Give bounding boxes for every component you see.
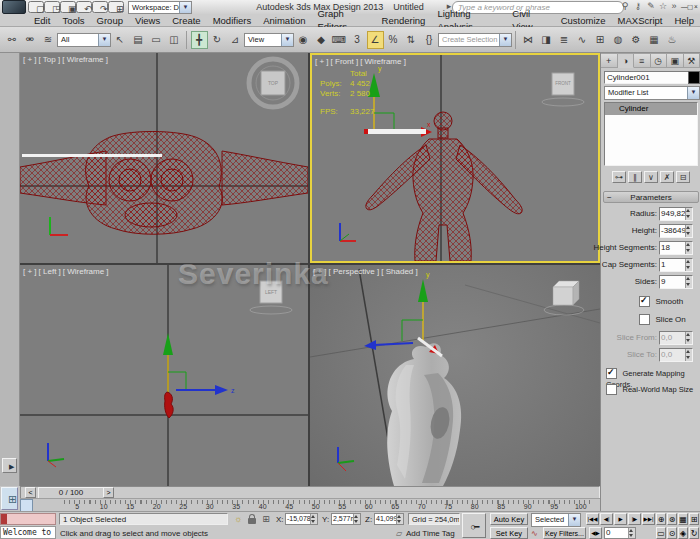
pin-stack-icon[interactable]: ⊶ (612, 171, 626, 183)
next-frame-button[interactable]: |▶ (628, 513, 641, 525)
angle-snap-icon[interactable]: ∠ (367, 31, 384, 49)
named-selection-sets-dropdown[interactable]: Create Selection S▼ (438, 33, 512, 47)
maxscript-mini-listener[interactable]: Welcome to (0, 526, 56, 539)
menu-item[interactable]: Help (668, 14, 700, 27)
viewport-shading-menu[interactable]: [ Shaded ] (381, 267, 417, 276)
zoom-icon[interactable]: ⊕ (656, 513, 666, 525)
selected-cylinder-edge[interactable] (368, 129, 426, 134)
feedback-pencil-icon[interactable]: ✎ (646, 1, 656, 12)
auto-key-button[interactable]: Auto Key (490, 513, 528, 525)
viewport-general-menu[interactable]: [ + ] (315, 57, 329, 66)
add-time-tag[interactable]: Add Time Tag (406, 529, 455, 538)
select-and-rotate-icon[interactable]: ↻ (209, 31, 226, 49)
modifier-list-dropdown[interactable]: Modifier List▼ (604, 86, 700, 100)
viewport-pov-menu[interactable]: [ Perspective ] (329, 267, 380, 276)
menu-item[interactable]: Modifiers (207, 14, 258, 27)
key-filter-selected-dropdown[interactable]: Selected▼ (531, 513, 581, 527)
zoom-extents-all-icon[interactable]: ⊞ (689, 513, 699, 525)
use-pivot-center-icon[interactable]: ◉ (295, 31, 312, 49)
open-file-icon[interactable]: ◳ (44, 1, 60, 13)
percent-snap-icon[interactable]: % (385, 31, 402, 49)
spinner-control[interactable] (396, 514, 403, 524)
spinner-control[interactable] (685, 349, 692, 361)
x-coordinate-field[interactable]: -15,078mm (285, 513, 318, 525)
select-by-name-icon[interactable]: ▤ (130, 31, 147, 49)
parameter-input[interactable]: 949,825m (659, 207, 693, 221)
view-cube-face-label[interactable]: FRONT (552, 81, 574, 86)
go-to-start-button[interactable]: |◀◀ (586, 513, 599, 525)
viewport-pov-menu[interactable]: [ Left ] (39, 267, 61, 276)
modifier-stack-item[interactable]: Cylinder (605, 103, 697, 115)
zoom-extents-icon[interactable]: ▦ (678, 513, 688, 525)
z-coordinate-field[interactable]: 41,099mm (374, 513, 404, 525)
select-object-icon[interactable]: ↖ (112, 31, 129, 49)
manage-layers-icon[interactable]: ≣ (556, 31, 573, 49)
object-name-field[interactable]: Cylinder001 (604, 71, 690, 84)
slice-on-checkbox[interactable] (639, 314, 650, 325)
show-end-result-icon[interactable]: ∥ (628, 171, 642, 183)
schematic-view-icon[interactable]: ⊞ (592, 31, 609, 49)
viewport-shading-menu[interactable]: [ Wireframe ] (360, 57, 406, 66)
spinner-control[interactable] (685, 225, 692, 237)
select-and-scale-icon[interactable]: ⊿ (227, 31, 244, 49)
slice-from-input[interactable]: 0,0 (659, 331, 693, 345)
play-button[interactable]: ▶ (614, 513, 627, 525)
slice-to-input[interactable]: 0,0 (659, 348, 693, 362)
viewport-left[interactable]: [ + ][ Left ][ Wireframe ] LEFT z (20, 265, 308, 486)
select-and-move-icon[interactable]: ╋ (191, 31, 208, 49)
undo-icon[interactable]: ↶ (76, 1, 92, 13)
pan-icon[interactable]: ◈ (678, 527, 688, 539)
body-wireframe-side[interactable] (165, 392, 174, 418)
select-and-manipulate-icon[interactable]: ◆ (313, 31, 330, 49)
spinner-control[interactable] (353, 514, 360, 524)
spinner-control[interactable] (685, 259, 692, 271)
zoom-all-icon[interactable]: ⊛ (667, 513, 677, 525)
perspective-viewport-canvas[interactable]: y (310, 265, 600, 486)
reference-coordinate-dropdown[interactable]: View▼ (244, 33, 294, 47)
orbit-icon[interactable]: ↻ (689, 527, 699, 539)
selection-filter-dropdown[interactable]: All▼ (57, 33, 111, 47)
left-viewport-canvas[interactable]: z (20, 265, 308, 486)
unlink-selection-icon[interactable]: ⚮ (22, 31, 39, 49)
view-cube-face-label[interactable]: TOP (261, 80, 285, 86)
view-cube[interactable] (544, 281, 584, 315)
curve-editor-icon[interactable]: ∿ (574, 31, 591, 49)
viewport-top[interactable]: [ + ][ Top ][ Wireframe ] TOP (20, 53, 308, 263)
viewport-layout-button[interactable]: ⊞ (1, 487, 18, 510)
y-coordinate-field[interactable]: 2,577mm (331, 513, 361, 525)
parameter-input[interactable]: -386496,0 (659, 224, 693, 238)
key-mode-toggle-button[interactable]: ◀▶ (589, 527, 602, 539)
shaded-body-part[interactable] (387, 343, 461, 486)
viewport-front-active[interactable]: [ + ][ Front ][ Wireframe ] Total Polys:… (310, 53, 600, 263)
redo-icon[interactable]: ↷ (92, 1, 108, 13)
field-of-view-icon[interactable]: ⊙ (667, 527, 677, 539)
previous-frame-button[interactable]: ◀| (600, 513, 613, 525)
zoom-region-icon[interactable]: ▭ (656, 527, 666, 539)
max-logo-button[interactable] (2, 0, 26, 14)
menu-item[interactable]: MAXScript (612, 14, 669, 27)
configure-modifier-sets-icon[interactable]: ⊟ (676, 171, 690, 183)
spinner-control[interactable] (685, 276, 692, 288)
select-and-link-icon[interactable]: ⚯ (4, 31, 21, 49)
body-wireframe-front[interactable] (366, 112, 522, 261)
rendered-frame-icon[interactable]: ▦ (646, 31, 663, 49)
real-world-map-checkbox[interactable] (606, 384, 617, 395)
viewport-general-menu[interactable]: [ + ] (23, 55, 37, 64)
body-wireframe-top[interactable] (20, 132, 308, 235)
utilities-tab-icon[interactable]: ⚒ (684, 53, 700, 68)
spinner-control[interactable] (685, 242, 692, 254)
generate-mapping-checkbox[interactable] (606, 368, 617, 379)
menu-item[interactable]: Tools (56, 14, 90, 27)
modifier-stack[interactable]: Cylinder (604, 102, 698, 166)
menu-item[interactable]: Views (129, 14, 166, 27)
window-crossing-icon[interactable]: ◫ (166, 31, 183, 49)
expand-rail-button[interactable]: ▶ (2, 458, 17, 473)
isolate-selection-icon[interactable]: ☼ (232, 513, 244, 525)
menu-item[interactable]: Rendering (376, 14, 432, 27)
parameter-input[interactable]: 1 (659, 258, 693, 272)
set-key-button[interactable]: Set Key (490, 527, 528, 539)
workspace-dropdown[interactable]: Workspace: Default ▼ (128, 1, 192, 14)
render-setup-icon[interactable]: ⚙ (628, 31, 645, 49)
parameter-input[interactable]: 18 (659, 241, 693, 255)
viewport-pov-menu[interactable]: [ Top ] (39, 55, 61, 64)
